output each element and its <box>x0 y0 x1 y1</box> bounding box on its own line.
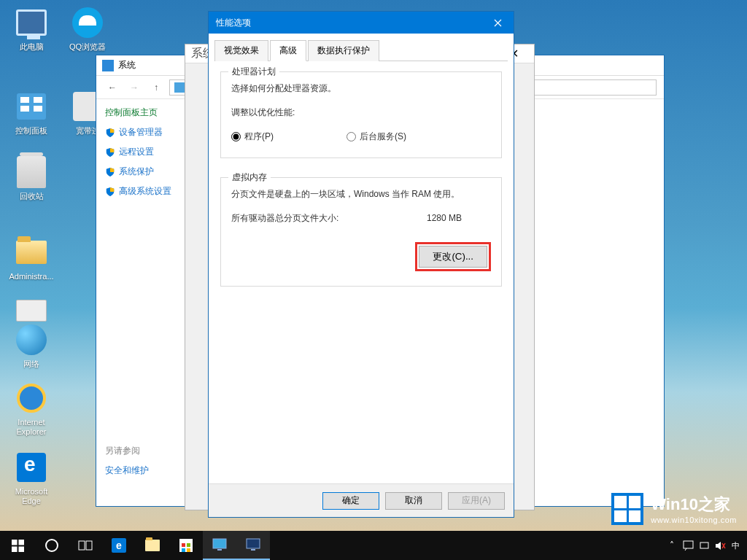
tab-advanced[interactable]: 高级 <box>270 40 306 61</box>
vm-change-button[interactable]: 更改(C)... <box>419 246 487 268</box>
tray-network-icon[interactable] <box>696 531 712 560</box>
desktop-qq-browser[interactable]: QQ浏览器 <box>62 5 113 60</box>
vm-total-label: 所有驱动器总分页文件大小: <box>231 212 338 225</box>
svg-rect-7 <box>217 549 222 551</box>
card-icon <box>16 300 47 322</box>
desktop-edge[interactable]: Microsoft Edge <box>6 450 57 505</box>
change-button-highlight: 更改(C)... <box>415 242 491 271</box>
radio-services-input[interactable] <box>347 132 356 141</box>
scheduling-legend: 处理器计划 <box>228 66 279 78</box>
svg-rect-5 <box>86 541 92 550</box>
task-view-icon <box>78 538 93 553</box>
task-view-button[interactable] <box>69 531 102 560</box>
nav-up-button[interactable]: ↑ <box>147 79 165 96</box>
folder-icon <box>16 241 47 264</box>
cortana-button[interactable] <box>35 531 69 560</box>
tray-action-center-icon[interactable] <box>680 531 696 560</box>
monitor-icon <box>246 538 260 551</box>
taskbar-store[interactable] <box>169 531 203 560</box>
see-also-label: 另请参阅 <box>105 446 140 456</box>
svg-rect-3 <box>18 546 24 552</box>
scheduling-desc: 选择如何分配处理器资源。 <box>231 82 491 95</box>
system-window-icon <box>102 60 114 71</box>
edge-icon <box>17 453 46 482</box>
desktop-control-panel[interactable]: 控制面板 <box>6 89 57 144</box>
nav-back-button[interactable]: ← <box>104 79 121 96</box>
svg-rect-4 <box>79 541 85 550</box>
edge-icon: e <box>112 538 126 553</box>
optimize-label: 调整以优化性能: <box>231 106 491 119</box>
processor-scheduling-group: 处理器计划 选择如何分配处理器资源。 调整以优化性能: 程序(P) 后台服务(S… <box>220 71 502 158</box>
control-panel-icon <box>17 93 46 120</box>
folder-icon <box>145 540 160 551</box>
desktop-recycle-bin[interactable]: 回收站 <box>6 155 57 209</box>
svg-rect-2 <box>12 546 18 552</box>
shield-icon <box>105 187 115 197</box>
store-icon <box>179 539 193 552</box>
perf-close-button[interactable] <box>481 12 514 34</box>
watermark: Win10之家 www.win10xitong.com <box>611 493 737 525</box>
perf-titlebar[interactable]: 性能选项 <box>209 12 514 34</box>
sidebar-advanced-settings[interactable]: 高级系统设置 <box>105 185 180 198</box>
shield-icon <box>105 167 115 177</box>
performance-options-dialog: 性能选项 视觉效果 高级 数据执行保护 处理器计划 选择如何分配处理器资源。 调… <box>208 11 514 518</box>
svg-rect-10 <box>684 541 693 548</box>
recycle-bin-icon <box>17 156 46 188</box>
vm-desc: 分页文件是硬盘上的一块区域，Windows 当作 RAM 使用。 <box>231 188 491 201</box>
qq-icon <box>72 7 103 38</box>
cortana-icon <box>45 539 58 552</box>
svg-rect-11 <box>700 542 708 548</box>
watermark-url: www.win10xitong.com <box>651 516 737 524</box>
virtual-memory-group: 虚拟内存 分页文件是硬盘上的一块区域，Windows 当作 RAM 使用。 所有… <box>220 177 502 287</box>
tray-ime-icon[interactable]: 中 <box>728 531 743 560</box>
sidebar-header[interactable]: 控制面板主页 <box>105 106 180 119</box>
shield-icon <box>105 147 115 158</box>
watermark-brand: Win10之家 <box>651 494 737 516</box>
taskbar-edge[interactable]: e <box>102 531 136 560</box>
taskbar-app-1[interactable] <box>203 531 236 560</box>
monitor-icon <box>212 538 227 551</box>
sidebar-device-manager[interactable]: 设备管理器 <box>105 126 180 139</box>
start-button[interactable] <box>0 531 35 560</box>
desktop-ie[interactable]: Internet Explorer <box>6 381 57 435</box>
svg-rect-8 <box>247 539 260 548</box>
vm-legend: 虚拟内存 <box>228 171 271 184</box>
shield-icon <box>105 128 115 138</box>
ok-button[interactable]: 确定 <box>322 492 379 510</box>
pc-icon <box>16 9 47 36</box>
svg-rect-6 <box>213 539 226 548</box>
sidebar-remote-settings[interactable]: 远程设置 <box>105 146 180 158</box>
apply-button[interactable]: 应用(A) <box>448 492 505 510</box>
svg-rect-1 <box>18 540 24 545</box>
tab-visual-effects[interactable]: 视觉效果 <box>214 40 268 61</box>
svg-rect-9 <box>251 549 255 551</box>
radio-programs-input[interactable] <box>231 132 241 141</box>
sidebar-system-protection[interactable]: 系统保护 <box>105 166 180 178</box>
system-tray: ˄ 中 <box>664 531 747 560</box>
taskbar: e ˄ 中 <box>0 531 747 560</box>
desktop-network[interactable]: 网络 <box>6 322 57 377</box>
svg-rect-0 <box>12 540 18 545</box>
control-panel-icon <box>174 82 185 93</box>
perf-tabs: 视觉效果 高级 数据执行保护 <box>214 39 508 61</box>
taskbar-explorer[interactable] <box>136 531 169 560</box>
see-also-link[interactable]: 安全和维护 <box>105 464 149 477</box>
cancel-button[interactable]: 取消 <box>385 492 442 510</box>
tray-volume-muted-icon[interactable] <box>712 531 728 560</box>
watermark-logo-icon <box>611 493 643 525</box>
vm-total-value: 1280 MB <box>427 213 462 223</box>
perf-title: 性能选项 <box>216 17 251 29</box>
taskbar-app-2[interactable] <box>236 531 270 560</box>
globe-icon <box>16 324 47 355</box>
ie-icon <box>17 384 46 413</box>
tray-chevron-up-icon[interactable]: ˄ <box>664 531 680 560</box>
system-window-title: 系统 <box>118 59 136 71</box>
desktop-this-pc[interactable]: 此电脑 <box>6 5 57 60</box>
desktop-admin-folder[interactable]: Administra... <box>6 235 57 289</box>
nav-forward-button[interactable]: → <box>125 79 143 96</box>
tab-dep[interactable]: 数据执行保护 <box>308 40 379 61</box>
radio-programs[interactable]: 程序(P) <box>231 131 274 143</box>
radio-services[interactable]: 后台服务(S) <box>347 131 406 143</box>
